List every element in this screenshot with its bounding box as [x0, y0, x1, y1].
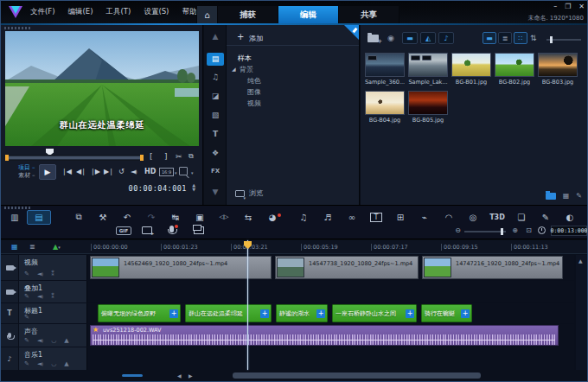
tree-item-solid[interactable]: 纯色 — [247, 76, 261, 86]
view-detail-button[interactable]: ▬ — [483, 32, 496, 44]
tree-item-samples[interactable]: 样本 — [238, 54, 252, 63]
end-frame-button[interactable]: ▶❘ — [104, 168, 113, 175]
duck-icon[interactable]: ◡ — [51, 337, 56, 344]
split-tone-icon[interactable]: ◐ — [558, 213, 582, 222]
import-media-icon[interactable] — [368, 35, 379, 42]
timeline-title-clip[interactable]: 群山在远处温柔绵延 + — [185, 304, 272, 322]
view-thumbnail-button[interactable]: ∷ — [514, 32, 527, 44]
enlarge-preview-icon[interactable]: ⧉ — [189, 152, 194, 161]
msp-capture-icon[interactable]: ▣ — [188, 213, 212, 222]
layers-icon[interactable]: ❏ — [509, 213, 534, 222]
audio-category-button[interactable]: ♫ — [204, 73, 227, 81]
filter-category-button[interactable]: FX — [204, 168, 227, 175]
timeline-video-clip[interactable]: 14547738_1920_1080_24fps~1.mp4 — [275, 256, 419, 279]
hd-preview-button[interactable]: HD — [144, 168, 156, 175]
track-fx-icon[interactable]: ⁑ — [51, 271, 54, 277]
track-edit-icon[interactable]: ✎ — [24, 337, 29, 344]
tab-edit[interactable]: 编辑 — [278, 5, 339, 25]
trim-bar[interactable] — [5, 155, 144, 161]
timeline-timecode[interactable]: 0:00:13:000 — [551, 226, 587, 236]
options-icon[interactable]: ◉ — [387, 34, 394, 42]
menu-tools[interactable]: 工具(T) — [106, 7, 131, 17]
filter-video-button[interactable]: ▬ — [402, 32, 418, 44]
media-thumb-bgb02[interactable] — [495, 53, 534, 77]
track-video-body[interactable]: 14562469_1920_1080_24fps~1.mp4 14547738_… — [87, 255, 574, 280]
title-3d-icon[interactable]: T3D — [485, 213, 509, 221]
gif-creator-icon[interactable]: GIF — [116, 226, 131, 235]
track-mute-icon[interactable]: ◄) — [37, 337, 43, 344]
filter-audio-button[interactable]: ♪ — [438, 32, 454, 44]
mark-out-button[interactable]: ] — [164, 152, 168, 161]
slider-thumb[interactable] — [550, 36, 553, 43]
compare-view-icon[interactable]: ▦ — [563, 192, 570, 200]
timeline-title-clip[interactable]: 一座石桥静卧山水之间 + — [332, 304, 417, 322]
transition-category-button[interactable]: ▧ — [204, 111, 227, 119]
repeat-button[interactable]: ↺ — [118, 168, 124, 175]
media-thumb-bgb03[interactable] — [538, 53, 578, 77]
library-folder-icon[interactable] — [546, 193, 556, 200]
copy-icon[interactable]: ⧉ — [67, 212, 91, 222]
track-mute-icon[interactable]: ◄) — [37, 271, 43, 277]
sound-mixer-icon[interactable]: ♫ — [291, 213, 316, 222]
timeline-zoom-slider[interactable] — [464, 231, 506, 232]
track-edit-icon[interactable]: ✎ — [24, 360, 29, 367]
split-screen-icon[interactable]: ◁▷ — [212, 213, 236, 220]
media-thumb-bgb04[interactable] — [365, 91, 405, 115]
graphics-category-button[interactable]: ❖ — [204, 149, 227, 157]
home-frame-button[interactable]: ❘◀ — [61, 168, 71, 175]
scroll-down-icon[interactable]: ▼ — [204, 188, 227, 196]
auto-music-icon[interactable]: ♬ — [316, 213, 340, 222]
track-music-body[interactable] — [87, 347, 574, 370]
tab-share[interactable]: 共享 — [339, 5, 399, 25]
track-title-body[interactable]: 俯瞰无垠的绿色原野 + 群山在远处温柔绵延 + 静谧的湖水 + 一座石桥静卧山水… — [87, 303, 574, 323]
media-thumb-sample360[interactable] — [365, 53, 405, 77]
duration-clock-icon[interactable] — [538, 226, 546, 234]
undo-icon[interactable]: ↶ — [115, 213, 139, 222]
mask-creator-icon[interactable]: ◎ — [461, 213, 485, 222]
timeline-vertical-scrollbar[interactable]: ▲ — [576, 255, 587, 370]
snapshot-icon[interactable] — [194, 226, 204, 234]
zoom-slider-thumb[interactable] — [501, 228, 503, 235]
track-mute-icon[interactable]: ◄) — [37, 293, 43, 300]
maximize-button[interactable]: ❐ — [565, 3, 571, 10]
trim-out-handle[interactable] — [140, 155, 144, 161]
ripple-edit-icon[interactable]: ⇆ — [236, 213, 260, 222]
zoom-out-icon[interactable]: ⊖ — [455, 226, 461, 234]
minimize-button[interactable]: – — [553, 3, 557, 10]
duck-icon[interactable]: ◡ — [51, 360, 56, 367]
media-thumb-bgb01[interactable] — [451, 53, 491, 77]
tree-item-image[interactable]: 图像 — [247, 87, 261, 97]
screen-record-icon[interactable] — [142, 226, 152, 234]
track-overlay-body[interactable] — [87, 281, 574, 302]
timeline-video-clip[interactable]: 14562469_1920_1080_24fps~1.mp4 — [90, 256, 272, 279]
add-title-badge[interactable]: + — [406, 309, 414, 318]
trim-icon[interactable]: ↹ — [163, 213, 188, 222]
track-voice-body[interactable]: ★ uvs251218-002.WAV — [87, 324, 574, 347]
timeline-title-clip[interactable]: 静谧的湖水 + — [276, 304, 328, 322]
preview-zoom-select[interactable] — [179, 167, 188, 175]
split-template-icon[interactable]: ⊞ — [388, 213, 412, 222]
menu-settings[interactable]: 设置(S) — [144, 7, 169, 17]
tab-capture[interactable]: 捕获 — [218, 5, 278, 25]
level-icon[interactable]: ▲ — [64, 337, 68, 344]
hscroll-thumb[interactable] — [233, 372, 481, 379]
tree-item-background[interactable]: 背景 — [240, 65, 253, 74]
play-button[interactable]: ▶ — [39, 164, 56, 180]
menu-file[interactable]: 文件(F) — [30, 7, 55, 17]
preview-timecode[interactable]: 00:00:04:001 — [129, 184, 187, 193]
timecode-spinner[interactable]: ▲▼ — [192, 183, 195, 192]
fit-timeline-icon[interactable]: ⊡ — [526, 226, 532, 234]
menu-edit[interactable]: 编辑(E) — [68, 7, 93, 17]
subtitle-editor-icon[interactable]: T — [370, 213, 382, 222]
view-list-button[interactable]: ≣ — [498, 32, 512, 44]
track-mute-icon[interactable]: ◄) — [37, 360, 43, 367]
add-title-badge[interactable]: + — [316, 309, 325, 318]
motion-tracking-icon[interactable]: ⌁ — [412, 213, 437, 222]
add-marker-icon[interactable]: ▲▾ — [53, 243, 61, 251]
add-title-badge[interactable]: + — [461, 309, 470, 318]
timeline-view-icon[interactable]: ▤ — [27, 210, 51, 225]
volume-button[interactable]: ◄) — [131, 168, 137, 175]
track-fx-icon[interactable]: ⁑ — [51, 293, 54, 300]
layer-edit-icon[interactable]: ✎ — [534, 213, 558, 222]
prev-frame-button[interactable]: ◀❘ — [76, 168, 86, 175]
